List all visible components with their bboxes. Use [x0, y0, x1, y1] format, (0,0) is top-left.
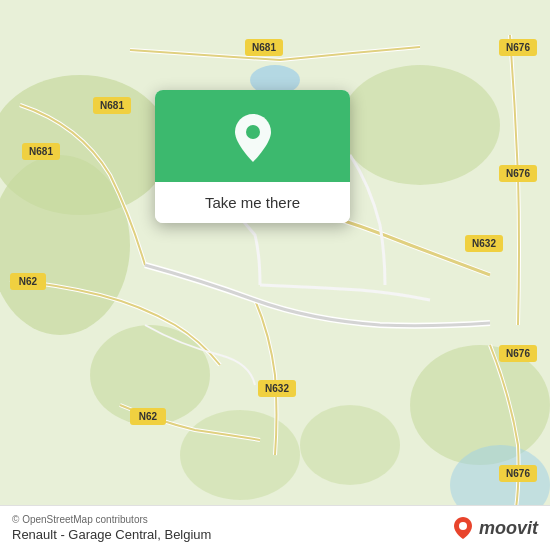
moovit-logo: moovit [453, 516, 538, 540]
svg-text:N632: N632 [265, 383, 289, 394]
popup-header [155, 90, 350, 182]
popup-card: Take me there [155, 90, 350, 223]
svg-text:N676: N676 [506, 468, 530, 479]
svg-text:N681: N681 [252, 42, 276, 53]
svg-text:N62: N62 [139, 411, 158, 422]
map-background: N681 N681 N681 N676 N676 N676 N676 N62 N… [0, 0, 550, 550]
svg-text:N676: N676 [506, 348, 530, 359]
osm-credit: © OpenStreetMap contributors [12, 514, 211, 525]
svg-text:N676: N676 [506, 42, 530, 53]
location-name: Renault - Garage Central, Belgium [12, 527, 211, 542]
moovit-logo-text: moovit [479, 518, 538, 539]
bottom-bar: © OpenStreetMap contributors Renault - G… [0, 505, 550, 550]
svg-point-4 [340, 65, 500, 185]
take-me-there-button[interactable]: Take me there [155, 182, 350, 223]
location-pin-icon [231, 112, 275, 164]
map-container: N681 N681 N681 N676 N676 N676 N676 N62 N… [0, 0, 550, 550]
svg-text:N62: N62 [19, 276, 38, 287]
moovit-pin-icon [453, 516, 473, 540]
svg-point-7 [180, 410, 300, 500]
svg-point-5 [410, 345, 550, 465]
svg-text:N681: N681 [100, 100, 124, 111]
svg-point-34 [246, 125, 260, 139]
svg-point-35 [459, 522, 467, 530]
bottom-left-info: © OpenStreetMap contributors Renault - G… [12, 514, 211, 542]
svg-text:N681: N681 [29, 146, 53, 157]
svg-text:N632: N632 [472, 238, 496, 249]
svg-point-6 [300, 405, 400, 485]
svg-text:N676: N676 [506, 168, 530, 179]
